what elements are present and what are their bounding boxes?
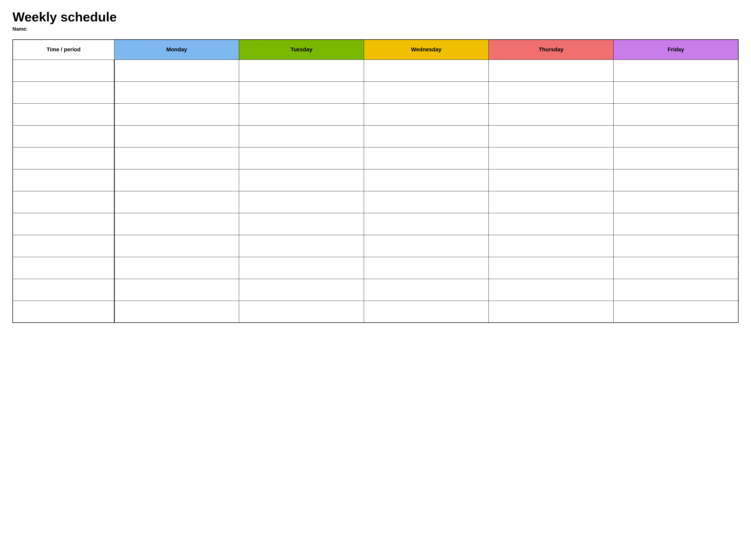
col-header-monday: Monday [114,40,239,60]
time-cell[interactable] [13,125,114,147]
schedule-cell[interactable] [239,147,364,169]
schedule-cell[interactable] [613,301,738,323]
time-cell[interactable] [13,235,114,257]
schedule-cell[interactable] [489,125,614,147]
schedule-cell[interactable] [239,103,364,125]
schedule-cell[interactable] [239,279,364,301]
schedule-cell[interactable] [613,235,738,257]
schedule-cell[interactable] [364,235,489,257]
schedule-cell[interactable] [489,301,614,323]
schedule-cell[interactable] [489,81,614,103]
schedule-cell[interactable] [613,60,738,81]
col-header-tuesday: Tuesday [239,40,364,60]
schedule-cell[interactable] [364,60,489,81]
schedule-cell[interactable] [239,191,364,213]
table-row[interactable] [13,235,738,257]
schedule-cell[interactable] [364,213,489,235]
schedule-cell[interactable] [489,147,614,169]
schedule-cell[interactable] [613,279,738,301]
time-cell[interactable] [13,213,114,235]
time-cell[interactable] [13,257,114,279]
schedule-cell[interactable] [239,169,364,191]
schedule-cell[interactable] [364,191,489,213]
schedule-cell[interactable] [489,103,614,125]
time-cell[interactable] [13,169,114,191]
table-row[interactable] [13,81,738,103]
schedule-cell[interactable] [239,81,364,103]
schedule-cell[interactable] [364,103,489,125]
schedule-cell[interactable] [489,279,614,301]
table-row[interactable] [13,103,738,125]
schedule-cell[interactable] [489,60,614,81]
schedule-cell[interactable] [114,235,239,257]
schedule-cell[interactable] [613,81,738,103]
schedule-cell[interactable] [239,257,364,279]
col-header-wednesday: Wednesday [364,40,489,60]
schedule-cell[interactable] [364,125,489,147]
schedule-cell[interactable] [489,169,614,191]
schedule-cell[interactable] [364,81,489,103]
schedule-cell[interactable] [489,213,614,235]
table-row[interactable] [13,191,738,213]
schedule-cell[interactable] [114,191,239,213]
schedule-cell[interactable] [239,213,364,235]
schedule-cell[interactable] [114,257,239,279]
schedule-cell[interactable] [489,257,614,279]
schedule-cell[interactable] [114,213,239,235]
schedule-cell[interactable] [239,301,364,323]
col-header-friday: Friday [613,40,738,60]
schedule-cell[interactable] [364,257,489,279]
col-header-thursday: Thursday [489,40,614,60]
schedule-cell[interactable] [114,279,239,301]
schedule-cell[interactable] [613,257,738,279]
table-row[interactable] [13,60,738,81]
schedule-cell[interactable] [239,60,364,81]
schedule-cell[interactable] [114,81,239,103]
table-row[interactable] [13,301,738,323]
time-cell[interactable] [13,279,114,301]
schedule-cell[interactable] [613,125,738,147]
schedule-cell[interactable] [613,213,738,235]
weekly-schedule-table: Time / period Monday Tuesday Wednesday T… [13,39,738,323]
time-cell[interactable] [13,81,114,103]
table-row[interactable] [13,169,738,191]
time-cell[interactable] [13,301,114,323]
schedule-cell[interactable] [114,169,239,191]
time-cell[interactable] [13,147,114,169]
table-row[interactable] [13,147,738,169]
table-row[interactable] [13,257,738,279]
schedule-cell[interactable] [364,169,489,191]
schedule-cell[interactable] [613,191,738,213]
time-cell[interactable] [13,191,114,213]
schedule-cell[interactable] [489,191,614,213]
table-row[interactable] [13,213,738,235]
schedule-cell[interactable] [364,147,489,169]
schedule-cell[interactable] [613,147,738,169]
name-label: Name: [13,26,738,32]
schedule-cell[interactable] [114,125,239,147]
col-header-time: Time / period [13,40,114,60]
schedule-cell[interactable] [239,125,364,147]
schedule-cell[interactable] [114,147,239,169]
schedule-cell[interactable] [364,301,489,323]
schedule-cell[interactable] [364,279,489,301]
schedule-cell[interactable] [613,103,738,125]
schedule-cell[interactable] [114,60,239,81]
time-cell[interactable] [13,103,114,125]
schedule-cell[interactable] [114,301,239,323]
time-cell[interactable] [13,60,114,81]
schedule-cell[interactable] [489,235,614,257]
schedule-cell[interactable] [239,235,364,257]
table-row[interactable] [13,125,738,147]
page-title: Weekly schedule [13,10,738,24]
table-row[interactable] [13,279,738,301]
schedule-cell[interactable] [613,169,738,191]
schedule-cell[interactable] [114,103,239,125]
